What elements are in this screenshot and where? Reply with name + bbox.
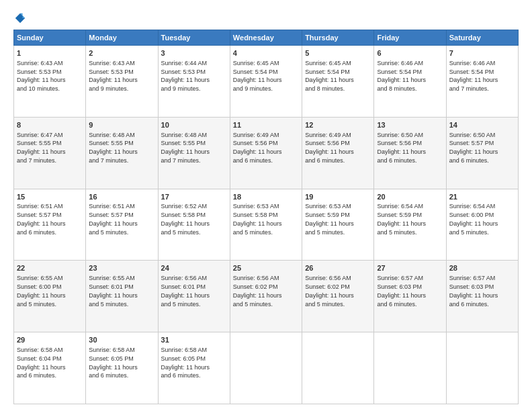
day-header: Saturday [446,30,518,46]
day-number: 22 [17,263,83,273]
day-header: Thursday [302,30,374,46]
calendar-cell: 3Sunrise: 6:44 AM Sunset: 5:53 PM Daylig… [158,46,230,118]
day-info: Sunrise: 6:56 AM Sunset: 6:02 PM Dayligh… [233,275,282,307]
calendar-cell: 27Sunrise: 6:57 AM Sunset: 6:03 PM Dayli… [374,261,446,332]
day-info: Sunrise: 6:52 AM Sunset: 5:58 PM Dayligh… [161,203,210,235]
calendar-header-row: SundayMondayTuesdayWednesdayThursdayFrid… [14,30,519,46]
day-info: Sunrise: 6:53 AM Sunset: 5:59 PM Dayligh… [305,203,354,235]
header [13,12,519,24]
day-info: Sunrise: 6:55 AM Sunset: 6:01 PM Dayligh… [89,275,138,307]
calendar-cell: 15Sunrise: 6:51 AM Sunset: 5:57 PM Dayli… [14,189,86,261]
day-info: Sunrise: 6:54 AM Sunset: 5:59 PM Dayligh… [377,203,426,235]
day-info: Sunrise: 6:51 AM Sunset: 5:57 PM Dayligh… [89,203,138,235]
logo [13,12,27,24]
calendar-cell: 4Sunrise: 6:45 AM Sunset: 5:54 PM Daylig… [230,46,302,118]
calendar-cell: 14Sunrise: 6:50 AM Sunset: 5:57 PM Dayli… [446,117,518,189]
calendar-cell: 5Sunrise: 6:45 AM Sunset: 5:54 PM Daylig… [302,46,374,118]
calendar-cell: 8Sunrise: 6:47 AM Sunset: 5:55 PM Daylig… [14,117,86,189]
calendar-cell: 18Sunrise: 6:53 AM Sunset: 5:58 PM Dayli… [230,189,302,261]
day-info: Sunrise: 6:57 AM Sunset: 6:03 PM Dayligh… [377,275,426,307]
day-number: 24 [161,263,227,273]
day-header: Wednesday [230,30,302,46]
day-number: 20 [377,192,443,202]
calendar-week-row: 15Sunrise: 6:51 AM Sunset: 5:57 PM Dayli… [14,189,519,261]
calendar-cell: 17Sunrise: 6:52 AM Sunset: 5:58 PM Dayli… [158,189,230,261]
day-info: Sunrise: 6:48 AM Sunset: 5:55 PM Dayligh… [161,132,210,164]
calendar-week-row: 1Sunrise: 6:43 AM Sunset: 5:53 PM Daylig… [14,46,519,118]
calendar-cell: 1Sunrise: 6:43 AM Sunset: 5:53 PM Daylig… [14,46,86,118]
calendar-cell: 31Sunrise: 6:58 AM Sunset: 6:05 PM Dayli… [158,332,230,404]
day-number: 29 [17,335,83,345]
day-number: 28 [449,263,515,273]
calendar-cell: 19Sunrise: 6:53 AM Sunset: 5:59 PM Dayli… [302,189,374,261]
calendar-cell: 6Sunrise: 6:46 AM Sunset: 5:54 PM Daylig… [374,46,446,118]
day-number: 1 [17,48,83,58]
calendar-cell: 22Sunrise: 6:55 AM Sunset: 6:00 PM Dayli… [14,261,86,332]
calendar-cell: 25Sunrise: 6:56 AM Sunset: 6:02 PM Dayli… [230,261,302,332]
day-info: Sunrise: 6:45 AM Sunset: 5:54 PM Dayligh… [233,60,282,92]
calendar-cell: 9Sunrise: 6:48 AM Sunset: 5:55 PM Daylig… [86,117,158,189]
day-info: Sunrise: 6:50 AM Sunset: 5:56 PM Dayligh… [377,132,426,164]
calendar-cell: 30Sunrise: 6:58 AM Sunset: 6:05 PM Dayli… [86,332,158,404]
day-info: Sunrise: 6:46 AM Sunset: 5:54 PM Dayligh… [449,60,498,92]
calendar-cell [302,332,374,404]
day-header: Friday [374,30,446,46]
day-info: Sunrise: 6:56 AM Sunset: 6:02 PM Dayligh… [305,275,354,307]
day-number: 12 [305,120,371,130]
day-number: 26 [305,263,371,273]
calendar-cell: 21Sunrise: 6:54 AM Sunset: 6:00 PM Dayli… [446,189,518,261]
calendar-cell: 10Sunrise: 6:48 AM Sunset: 5:55 PM Dayli… [158,117,230,189]
day-info: Sunrise: 6:58 AM Sunset: 6:05 PM Dayligh… [161,347,210,379]
day-number: 2 [89,48,154,58]
day-info: Sunrise: 6:49 AM Sunset: 5:56 PM Dayligh… [305,132,354,164]
calendar-cell: 2Sunrise: 6:43 AM Sunset: 5:53 PM Daylig… [86,46,158,118]
day-number: 13 [377,120,443,130]
day-header: Tuesday [158,30,230,46]
day-number: 4 [233,48,299,58]
calendar-week-row: 29Sunrise: 6:58 AM Sunset: 6:04 PM Dayli… [14,332,519,404]
day-number: 16 [89,192,154,202]
day-info: Sunrise: 6:45 AM Sunset: 5:54 PM Dayligh… [305,60,354,92]
day-number: 17 [161,192,227,202]
day-number: 8 [17,120,83,130]
calendar: SundayMondayTuesdayWednesdayThursdayFrid… [13,30,519,404]
logo-text [13,12,27,24]
calendar-cell [374,332,446,404]
day-number: 5 [305,48,371,58]
day-info: Sunrise: 6:46 AM Sunset: 5:54 PM Dayligh… [377,60,426,92]
calendar-cell: 20Sunrise: 6:54 AM Sunset: 5:59 PM Dayli… [374,189,446,261]
day-number: 10 [161,120,227,130]
page: SundayMondayTuesdayWednesdayThursdayFrid… [0,0,532,411]
day-number: 15 [17,192,83,202]
calendar-cell: 16Sunrise: 6:51 AM Sunset: 5:57 PM Dayli… [86,189,158,261]
calendar-cell [230,332,302,404]
day-info: Sunrise: 6:53 AM Sunset: 5:58 PM Dayligh… [233,203,282,235]
calendar-cell: 28Sunrise: 6:57 AM Sunset: 6:03 PM Dayli… [446,261,518,332]
day-info: Sunrise: 6:54 AM Sunset: 6:00 PM Dayligh… [449,203,498,235]
day-number: 30 [89,335,154,345]
day-number: 19 [305,192,371,202]
day-info: Sunrise: 6:57 AM Sunset: 6:03 PM Dayligh… [449,275,498,307]
day-number: 21 [449,192,515,202]
day-number: 18 [233,192,299,202]
calendar-cell: 12Sunrise: 6:49 AM Sunset: 5:56 PM Dayli… [302,117,374,189]
day-info: Sunrise: 6:47 AM Sunset: 5:55 PM Dayligh… [17,132,66,164]
day-number: 14 [449,120,515,130]
calendar-week-row: 8Sunrise: 6:47 AM Sunset: 5:55 PM Daylig… [14,117,519,189]
calendar-cell [446,332,518,404]
day-header: Monday [86,30,158,46]
day-info: Sunrise: 6:58 AM Sunset: 6:05 PM Dayligh… [89,347,138,379]
day-info: Sunrise: 6:43 AM Sunset: 5:53 PM Dayligh… [17,60,66,92]
day-number: 27 [377,263,443,273]
logo-icon [14,12,26,24]
day-number: 6 [377,48,443,58]
calendar-cell: 7Sunrise: 6:46 AM Sunset: 5:54 PM Daylig… [446,46,518,118]
day-info: Sunrise: 6:43 AM Sunset: 5:53 PM Dayligh… [89,60,138,92]
day-number: 3 [161,48,227,58]
calendar-cell: 29Sunrise: 6:58 AM Sunset: 6:04 PM Dayli… [14,332,86,404]
calendar-week-row: 22Sunrise: 6:55 AM Sunset: 6:00 PM Dayli… [14,261,519,332]
calendar-cell: 11Sunrise: 6:49 AM Sunset: 5:56 PM Dayli… [230,117,302,189]
calendar-cell: 26Sunrise: 6:56 AM Sunset: 6:02 PM Dayli… [302,261,374,332]
day-number: 9 [89,120,154,130]
day-info: Sunrise: 6:51 AM Sunset: 5:57 PM Dayligh… [17,203,66,235]
